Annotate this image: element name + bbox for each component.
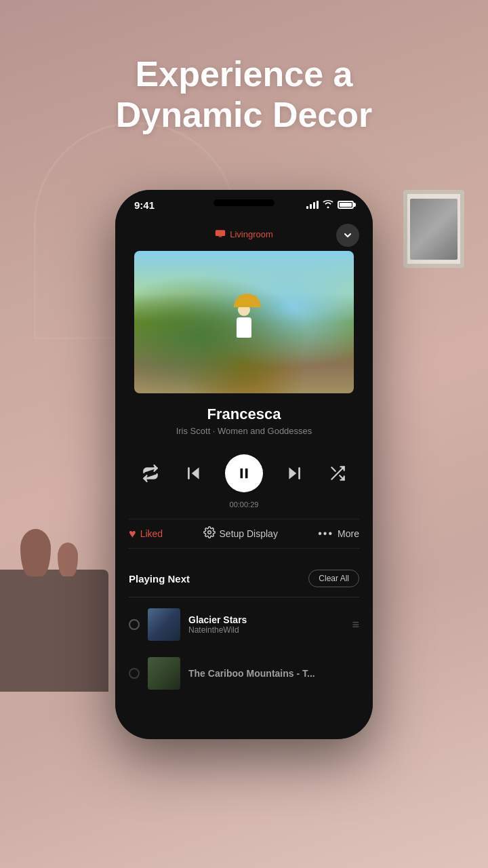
svg-line-10 <box>331 467 335 471</box>
queue-bullet-2 <box>129 668 140 679</box>
artwork-container <box>134 251 354 393</box>
queue-info-2: The Cariboo Mountains - T... <box>188 668 359 679</box>
setup-display-label: Setup Display <box>220 528 278 539</box>
phone-mockup: 9:41 <box>115 190 373 739</box>
queue-item-1[interactable]: Glacier Stars NateintheWild ≡ <box>129 602 359 647</box>
queue-menu-icon-1[interactable]: ≡ <box>352 618 359 632</box>
more-dots-icon: ••• <box>318 528 333 540</box>
queue-item-2[interactable]: The Cariboo Mountains - T... <box>129 651 359 696</box>
queue-bullet-1 <box>129 619 140 630</box>
status-time: 9:41 <box>134 199 155 211</box>
headline-text: Experience a Dynamic Decor <box>0 54 488 136</box>
queue-divider <box>129 597 359 597</box>
device-label-text: Livingroom <box>230 229 273 239</box>
artwork-figure <box>227 304 261 358</box>
status-icons <box>306 200 354 210</box>
svg-rect-4 <box>241 469 243 479</box>
headline: Experience a Dynamic Decor <box>0 54 488 136</box>
clear-all-button[interactable]: Clear All <box>308 570 359 587</box>
tv-icon <box>215 229 226 239</box>
svg-point-11 <box>207 531 211 534</box>
battery-icon <box>338 201 354 209</box>
skip-forward-button[interactable] <box>282 461 306 486</box>
playback-controls <box>115 454 373 492</box>
queue-info-1: Glacier Stars NateintheWild <box>188 614 344 635</box>
playing-next-header: Playing Next Clear All <box>129 570 359 587</box>
device-label-row[interactable]: Livingroom <box>115 228 373 240</box>
decorative-vase-1 <box>20 529 51 576</box>
liked-button[interactable]: ♥ Liked <box>129 527 163 541</box>
dynamic-island <box>214 199 274 206</box>
wifi-icon <box>323 200 333 210</box>
track-info: Francesca Iris Scott · Women and Goddess… <box>115 406 373 436</box>
setup-display-button[interactable]: Setup Display <box>203 526 278 541</box>
decorative-wall-frame <box>403 190 464 268</box>
track-subtitle: Iris Scott · Women and Goddesses <box>115 426 373 436</box>
chevron-down-icon <box>342 230 353 241</box>
artwork-image <box>134 251 354 393</box>
queue-thumbnail-2 <box>148 657 180 690</box>
queue-title-2: The Cariboo Mountains - T... <box>188 668 359 679</box>
svg-rect-5 <box>245 469 248 479</box>
phone-screen: 9:41 <box>115 190 373 739</box>
decorative-vase-2 <box>58 542 78 576</box>
queue-artist-1: NateintheWild <box>188 625 344 635</box>
more-button[interactable]: ••• More <box>318 528 359 540</box>
svg-marker-2 <box>192 467 199 479</box>
decorative-shelf <box>0 570 108 692</box>
signal-icon <box>306 201 319 209</box>
more-label: More <box>338 528 359 539</box>
svg-marker-6 <box>289 467 296 479</box>
repeat-button[interactable] <box>138 461 163 486</box>
svg-rect-0 <box>216 230 225 236</box>
queue-title-1: Glacier Stars <box>188 614 344 625</box>
track-title: Francesca <box>115 406 373 423</box>
pause-button[interactable] <box>225 454 263 492</box>
action-row: ♥ Liked Setup Display ••• More <box>129 519 359 549</box>
skip-back-button[interactable] <box>182 461 206 486</box>
playing-next-label: Playing Next <box>129 573 190 585</box>
shuffle-button[interactable] <box>325 461 350 486</box>
queue-thumbnail-1 <box>148 608 180 641</box>
heart-icon: ♥ <box>129 527 136 541</box>
wall-frame-image <box>410 199 458 260</box>
liked-label: Liked <box>140 528 163 539</box>
setup-display-icon <box>203 526 216 541</box>
collapse-button[interactable] <box>336 224 359 247</box>
phone-shell: 9:41 <box>115 190 373 739</box>
playback-time: 00:00:29 <box>115 500 373 509</box>
